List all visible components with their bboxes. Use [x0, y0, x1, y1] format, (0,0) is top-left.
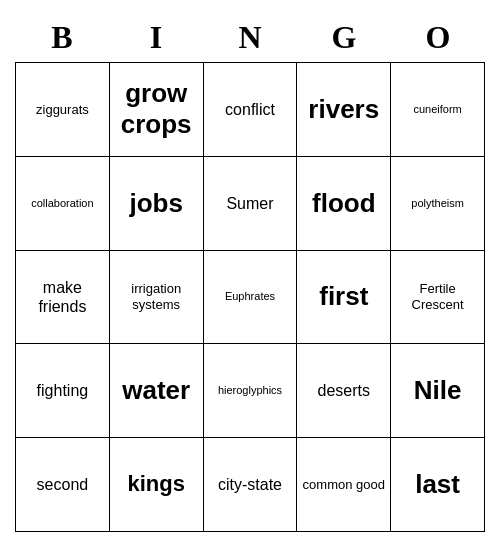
header-letter-n: N [203, 12, 297, 62]
cell-r3-c4: Nile [391, 344, 485, 438]
cell-r2-c0: make friends [16, 251, 110, 345]
cell-r0-c1: grow crops [110, 63, 204, 157]
cell-r4-c1: kings [110, 438, 204, 532]
cell-r4-c3: common good [297, 438, 391, 532]
cell-r1-c2: Sumer [204, 157, 298, 251]
cell-r0-c2: conflict [204, 63, 298, 157]
cell-r0-c3: rivers [297, 63, 391, 157]
cell-r2-c1: irrigation systems [110, 251, 204, 345]
cell-r1-c0: collaboration [16, 157, 110, 251]
cell-r2-c2: Euphrates [204, 251, 298, 345]
cell-r3-c0: fighting [16, 344, 110, 438]
cell-r3-c1: water [110, 344, 204, 438]
cell-r2-c3: first [297, 251, 391, 345]
cell-r4-c4: last [391, 438, 485, 532]
cell-r4-c0: second [16, 438, 110, 532]
cell-r1-c4: polytheism [391, 157, 485, 251]
cell-r0-c4: cuneiform [391, 63, 485, 157]
cell-r1-c3: flood [297, 157, 391, 251]
cell-r3-c3: deserts [297, 344, 391, 438]
cell-r4-c2: city-state [204, 438, 298, 532]
bingo-header: BINGO [15, 12, 485, 62]
bingo-card: BINGO zigguratsgrow cropsconflictriversc… [15, 12, 485, 532]
header-letter-o: O [391, 12, 485, 62]
cell-r0-c0: ziggurats [16, 63, 110, 157]
cell-r3-c2: hieroglyphics [204, 344, 298, 438]
header-letter-i: I [109, 12, 203, 62]
cell-r2-c4: Fertile Crescent [391, 251, 485, 345]
header-letter-b: B [15, 12, 109, 62]
header-letter-g: G [297, 12, 391, 62]
bingo-grid: zigguratsgrow cropsconflictriverscuneifo… [15, 62, 485, 532]
cell-r1-c1: jobs [110, 157, 204, 251]
